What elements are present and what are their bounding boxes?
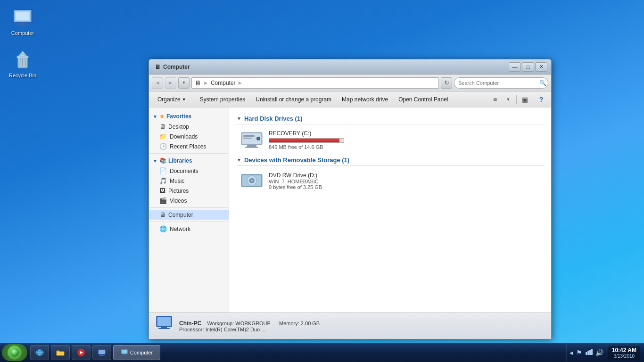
svg-rect-47 bbox=[591, 349, 593, 355]
search-icon[interactable]: 🔍 bbox=[539, 80, 546, 86]
taskbar-media-button[interactable] bbox=[72, 345, 91, 360]
videos-icon: 🎬 bbox=[159, 197, 167, 204]
start-button[interactable] bbox=[2, 344, 27, 361]
sidebar-item-videos[interactable]: 🎬 Videos bbox=[149, 196, 229, 206]
tray-flag-icon[interactable]: ⚑ bbox=[576, 349, 582, 356]
toolbar: Organize ▼ System properties Uninstall o… bbox=[149, 91, 551, 107]
svg-point-31 bbox=[10, 348, 19, 357]
open-control-panel-button[interactable]: Open Control Panel bbox=[394, 93, 453, 106]
taskbar-right: ◀ ⚑ 🔊 10:42 AM 3/13/2010 bbox=[566, 344, 642, 361]
help-button[interactable]: ? bbox=[535, 93, 547, 106]
address-path[interactable]: 🖥 ► Computer ► bbox=[191, 77, 439, 89]
explorer-window: 🖥 Computer — □ ✕ ◄ ► ▼ 🖥 ► Computer ► ↻ bbox=[149, 59, 552, 339]
toolbar-separator-1 bbox=[193, 95, 193, 104]
uninstall-button[interactable]: Uninstall or change a program bbox=[251, 93, 336, 106]
svg-rect-5 bbox=[16, 12, 29, 20]
taskbar: Computer ◀ ⚑ 🔊 10:42 AM 3/13/2010 bbox=[0, 343, 644, 362]
maximize-button[interactable]: □ bbox=[522, 62, 534, 72]
bottom-info: Chin-PC Workgroup: WORKGROUP Memory: 2.0… bbox=[179, 320, 320, 332]
svg-rect-29 bbox=[161, 327, 167, 328]
tray-arrow-icon[interactable]: ◀ bbox=[570, 350, 573, 355]
libraries-label: Libraries bbox=[168, 157, 192, 164]
music-label: Music bbox=[170, 178, 184, 184]
svg-rect-17 bbox=[243, 135, 255, 137]
svg-rect-2 bbox=[19, 23, 26, 25]
svg-rect-41 bbox=[122, 350, 127, 354]
svg-rect-38 bbox=[100, 354, 103, 355]
hard-disk-title: Hard Disk Drives (1) bbox=[244, 115, 303, 122]
favorites-star-icon: ★ bbox=[159, 113, 165, 120]
preview-pane-button[interactable]: ▣ bbox=[519, 93, 531, 106]
toolbar-separator-3 bbox=[533, 95, 533, 104]
view-dropdown-button[interactable]: ▼ bbox=[502, 93, 514, 106]
refresh-button[interactable]: ↻ bbox=[441, 77, 452, 89]
minimize-button[interactable]: — bbox=[509, 62, 521, 72]
toolbar-separator-2 bbox=[516, 95, 517, 104]
title-bar-left: 🖥 Computer bbox=[155, 64, 190, 70]
favorites-header[interactable]: ▼ ★ Favorites bbox=[149, 111, 229, 122]
search-input[interactable] bbox=[454, 77, 548, 89]
desktop-sidebar-icon: 🖥 bbox=[159, 123, 165, 130]
sidebar-item-pictures[interactable]: 🖼 Pictures bbox=[149, 186, 229, 196]
system-tray: ◀ ⚑ 🔊 bbox=[566, 344, 606, 361]
dvd-drive-free: 0 bytes free of 3.25 GB bbox=[269, 184, 540, 190]
path-arrow: ► bbox=[203, 80, 209, 86]
removable-title: Devices with Removable Storage (1) bbox=[244, 156, 349, 164]
downloads-sidebar-icon: 📁 bbox=[159, 133, 167, 140]
organize-button[interactable]: Organize ▼ bbox=[153, 93, 191, 106]
map-network-button[interactable]: Map network drive bbox=[337, 93, 393, 106]
music-icon: 🎵 bbox=[159, 177, 167, 184]
close-button[interactable]: ✕ bbox=[535, 62, 547, 72]
path-arrow2: ► bbox=[238, 80, 243, 86]
tray-sound-icon[interactable]: 🔊 bbox=[595, 349, 603, 356]
documents-icon: 📄 bbox=[159, 167, 167, 174]
svg-rect-28 bbox=[157, 317, 171, 326]
removable-section-header[interactable]: ▼ Devices with Removable Storage (1) bbox=[237, 156, 544, 166]
taskbar-display-button[interactable] bbox=[92, 345, 111, 360]
sidebar-item-desktop[interactable]: 🖥 Desktop bbox=[149, 122, 229, 132]
desktop-icon-recycle-bin[interactable]: Recycle Bin bbox=[4, 47, 41, 80]
computer-section: 🖥 Computer bbox=[149, 210, 229, 220]
taskbar-ie-button[interactable] bbox=[30, 345, 49, 360]
address-bar: ◄ ► ▼ 🖥 ► Computer ► ↻ 🔍 bbox=[149, 74, 551, 91]
sidebar-item-network[interactable]: 🌐 Network bbox=[149, 224, 229, 234]
window-title: Computer bbox=[163, 64, 190, 70]
svg-rect-3 bbox=[16, 25, 29, 26]
recycle-bin-icon-label: Recycle Bin bbox=[9, 73, 36, 78]
svg-line-10 bbox=[20, 58, 20, 66]
svg-point-16 bbox=[257, 138, 259, 140]
libraries-header[interactable]: ▼ 📚 Libraries bbox=[149, 156, 229, 166]
sidebar-item-documents[interactable]: 📄 Documents bbox=[149, 166, 229, 176]
tray-network-icon[interactable] bbox=[585, 348, 593, 357]
forward-button[interactable]: ► bbox=[165, 77, 176, 89]
clock-area[interactable]: 10:42 AM 3/13/2010 bbox=[608, 346, 640, 360]
sidebar-item-computer[interactable]: 🖥 Computer bbox=[149, 210, 229, 220]
videos-label: Videos bbox=[170, 197, 187, 204]
dvd-drive-item[interactable]: DVD RW Drive (D:) WIN_7_HOMEBASIC 0 byte… bbox=[237, 169, 544, 193]
view-options-button[interactable]: ≡ bbox=[489, 93, 501, 106]
hard-disk-section-header[interactable]: ▼ Hard Disk Drives (1) bbox=[237, 115, 544, 124]
recovery-drive-free: 845 MB free of 14.6 GB bbox=[269, 144, 540, 150]
sidebar-item-recent-places[interactable]: 🕒 Recent Places bbox=[149, 141, 229, 151]
back-button[interactable]: ◄ bbox=[152, 77, 163, 89]
downloads-sidebar-label: Downloads bbox=[170, 133, 198, 140]
recent-pages-button[interactable]: ▼ bbox=[178, 77, 190, 89]
sidebar-item-downloads[interactable]: 📁 Downloads bbox=[149, 132, 229, 141]
drive-bar-container bbox=[269, 138, 344, 143]
recovery-drive-name: RECOVERY (C:) bbox=[269, 130, 540, 137]
recovery-drive-info: RECOVERY (C:) 845 MB free of 14.6 GB bbox=[269, 130, 540, 150]
taskbar-computer-active[interactable]: Computer bbox=[113, 345, 160, 360]
file-pane: ▼ Hard Disk Drives (1) bbox=[229, 107, 551, 313]
network-icon: 🌐 bbox=[159, 225, 167, 232]
pictures-icon: 🖼 bbox=[159, 187, 165, 194]
svg-rect-20 bbox=[245, 147, 258, 148]
desktop-icon-computer[interactable]: Computer bbox=[4, 5, 41, 38]
sidebar-item-music[interactable]: 🎵 Music bbox=[149, 176, 229, 186]
clock-date: 3/13/2010 bbox=[612, 354, 636, 359]
start-orb bbox=[8, 346, 22, 360]
system-properties-button[interactable]: System properties bbox=[195, 93, 250, 106]
bottom-bar: Chin-PC Workgroup: WORKGROUP Memory: 2.0… bbox=[149, 313, 551, 339]
recovery-drive-item[interactable]: RECOVERY (C:) 845 MB free of 14.6 GB bbox=[237, 127, 544, 153]
sidebar-divider-1 bbox=[149, 153, 229, 154]
taskbar-folder-button[interactable] bbox=[51, 345, 70, 360]
